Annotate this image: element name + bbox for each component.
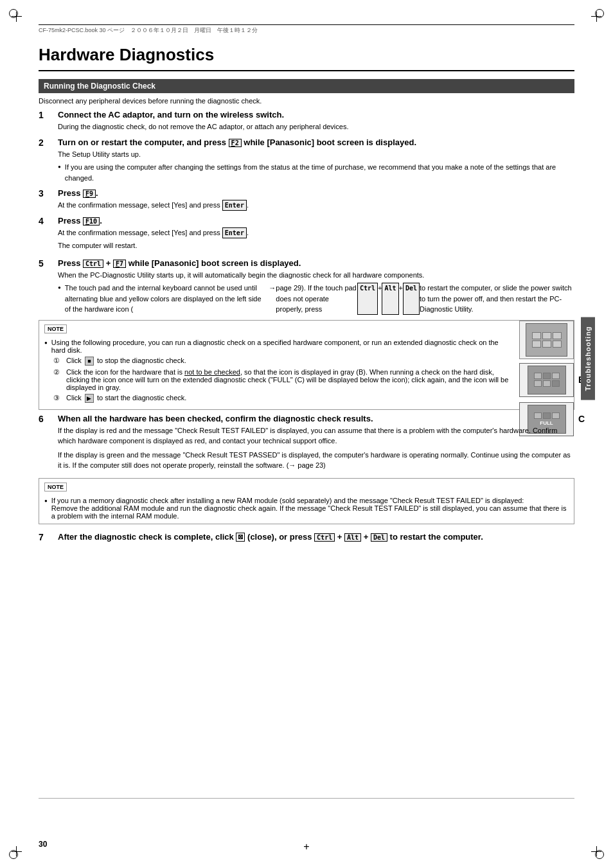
step-2-title: Turn on or restart the computer, and pre… xyxy=(58,137,574,147)
note-1-item-2: ② Click the icon for the hardware that i… xyxy=(53,368,511,391)
step-3: 3 Press F9. At the confirmation message,… xyxy=(39,188,574,211)
note-2-label: NOTE xyxy=(44,483,67,492)
step-6-title: When all the hardware has been checked, … xyxy=(58,414,574,423)
note-1-intro: Using the following procedure, you can r… xyxy=(44,339,511,354)
troubleshooting-tab: Troubleshooting xyxy=(581,317,595,400)
note-box-2: NOTE If you run a memory diagnostic chec… xyxy=(39,478,574,524)
note-2-content: If you run a memory diagnostic check aft… xyxy=(44,497,569,520)
step-1-content: Connect the AC adaptor, and turn on the … xyxy=(58,110,574,132)
step-2-body: The Setup Utility starts up. If you are … xyxy=(58,149,574,184)
note-1-item-1: ① Click ■ to stop the diagnostic check. xyxy=(53,357,511,366)
step-3-title: Press F9. xyxy=(58,188,574,198)
step-3-body: At the confirmation message, select [Yes… xyxy=(58,200,574,211)
step-4-title: Press F10. xyxy=(58,216,574,226)
step-5-title: Press Ctrl + F7 while [Panasonic] boot s… xyxy=(58,258,574,268)
page-container: CF-75mk2-PCSC.book 30 ページ ２００６年１０月２日 月曜日… xyxy=(0,0,613,868)
step-2-sub: The Setup Utility starts up. xyxy=(58,149,574,160)
note-box-1: NOTE Using the following procedure, you … xyxy=(39,320,574,410)
diagram-b: B xyxy=(519,363,574,397)
page-title: Hardware Diagnostics xyxy=(39,45,574,71)
step-2: 2 Turn on or restart the computer, and p… xyxy=(39,137,574,184)
section-header: Running the Diagnostic Check xyxy=(39,79,574,93)
corner-mark-br xyxy=(589,844,601,856)
step-6-body: If the display is red and the message "C… xyxy=(58,425,574,471)
corner-mark-bl xyxy=(12,844,24,856)
step-5: 5 Press Ctrl + F7 while [Panasonic] boot… xyxy=(39,258,574,315)
step-2-bullet: If you are using the computer after chan… xyxy=(58,162,574,183)
corner-mark-tl xyxy=(12,12,24,24)
note-1-item-3: ③ Click ▶ to start the diagnostic check. xyxy=(53,394,511,403)
corner-mark-tr xyxy=(589,12,601,24)
step-3-content: Press F9. At the confirmation message, s… xyxy=(58,188,574,211)
step-6-number: 6 xyxy=(39,414,58,473)
intro-text: Disconnect any peripheral devices before… xyxy=(39,97,574,105)
play-icon: ▶ xyxy=(85,394,94,403)
step-4: 4 Press F10. At the confirmation message… xyxy=(39,216,574,253)
step-5-content: Press Ctrl + F7 while [Panasonic] boot s… xyxy=(58,258,574,315)
step-7-number: 7 xyxy=(39,532,58,542)
file-header: CF-75mk2-PCSC.book 30 ページ ２００６年１０月２日 月曜日… xyxy=(39,24,574,35)
step-2-content: Turn on or restart the computer, and pre… xyxy=(58,137,574,184)
step-2-number: 2 xyxy=(39,137,58,184)
step-7: 7 After the diagnostic check is complete… xyxy=(39,532,574,542)
step-5-body: When the PC-Diagnostic Utility starts up… xyxy=(58,270,574,315)
step-4-content: Press F10. At the confirmation message, … xyxy=(58,216,574,253)
step-6-content: When all the hardware has been checked, … xyxy=(58,414,574,473)
c-label: C xyxy=(578,414,585,424)
step-3-number: 3 xyxy=(39,188,58,211)
note-1-label: NOTE xyxy=(44,324,67,333)
close-icon: ⊠ xyxy=(236,533,245,542)
step-4-number: 4 xyxy=(39,216,58,253)
main-content: Hardware Diagnostics Running the Diagnos… xyxy=(39,45,574,829)
step-5-number: 5 xyxy=(39,258,58,315)
step-1-body: During the diagnostic check, do not remo… xyxy=(58,121,574,132)
step-4-body: At the confirmation message, select [Yes… xyxy=(58,227,574,251)
stop-icon: ■ xyxy=(85,357,94,366)
step-1-title: Connect the AC adaptor, and turn on the … xyxy=(58,110,574,120)
bottom-divider xyxy=(39,798,574,799)
note-1-content: Using the following procedure, you can r… xyxy=(44,339,569,403)
step-7-title: After the diagnostic check is complete, … xyxy=(58,532,574,542)
page-number: 30 xyxy=(39,840,47,849)
step-1: 1 Connect the AC adaptor, and turn on th… xyxy=(39,110,574,132)
bottom-cross xyxy=(303,841,309,853)
step-7-content: After the diagnostic check is complete, … xyxy=(58,532,574,542)
step-5-bullet: The touch pad and the internal keyboard … xyxy=(58,283,574,315)
step-1-number: 1 xyxy=(39,110,58,132)
step-6: 6 When all the hardware has been checked… xyxy=(39,414,574,473)
